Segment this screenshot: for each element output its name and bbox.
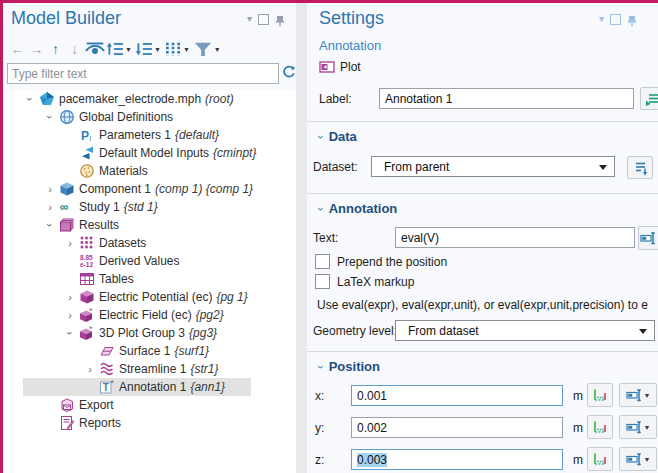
latex-markup-checkbox[interactable]: LaTeX markup xyxy=(315,274,414,289)
tree-item-reports[interactable]: Reports xyxy=(3,414,296,432)
show-toggle-button[interactable] xyxy=(84,40,106,58)
tree-item-datasets[interactable]: ›Datasets xyxy=(3,234,296,252)
model-builder-panel: Model Builder ▾ ← → ↑ ↓ ▼ ▼ ▼ ▼ ›pacemak… xyxy=(3,3,296,473)
tree-item-default-model-inputs[interactable]: Default Model Inputs{cminpt} xyxy=(3,144,296,162)
y-value: 0.002 xyxy=(357,421,387,435)
z-value: 0.003 xyxy=(357,453,387,467)
go-back-button[interactable]: ← xyxy=(8,40,27,58)
edit-field-button[interactable]: ▼ xyxy=(638,226,658,250)
annotation-icon: T* xyxy=(99,379,115,395)
tree-item-study-1[interactable]: ›∞Study 1{std 1} xyxy=(3,198,296,216)
tree-item-pacemaker-electrode-mph[interactable]: ›pacemaker_electrode.mph(root) xyxy=(3,90,296,108)
tree-item-label: Materials xyxy=(99,164,148,178)
expander-icon[interactable]: › xyxy=(61,237,79,249)
geometry-level-dropdown[interactable]: From dataset xyxy=(395,320,655,341)
tree-item-electric-field-ec[interactable]: ›*Electric Field (ec){pg2} xyxy=(3,306,296,324)
tree-item-component-1[interactable]: ›Component 1(comp 1) {comp 1} xyxy=(3,180,296,198)
tree-item-results[interactable]: ›Results xyxy=(3,216,296,234)
expander-icon[interactable]: › xyxy=(61,309,79,321)
plot-button[interactable]: Plot xyxy=(319,59,361,75)
dropdown-caret-icon: ▼ xyxy=(644,392,651,399)
label-input[interactable] xyxy=(379,88,634,109)
node-text-button[interactable] xyxy=(164,40,182,58)
range-button[interactable] xyxy=(587,447,613,471)
z-input[interactable]: 0.003 xyxy=(351,449,563,470)
expander-icon[interactable]: › xyxy=(41,183,59,195)
tree-item-tables[interactable]: Tables xyxy=(3,270,296,288)
prepend-position-checkbox[interactable]: Prepend the position xyxy=(315,254,447,269)
svg-text:e-12: e-12 xyxy=(80,261,93,268)
tree-item-label: 3D Plot Group 3 xyxy=(99,326,185,340)
svg-text:i: i xyxy=(90,135,92,142)
data-section-header[interactable]: › Data xyxy=(319,129,357,144)
section-collapse-icon[interactable]: › xyxy=(315,365,327,369)
pin-icon[interactable] xyxy=(275,13,285,25)
edit-field-button[interactable]: ▼ xyxy=(619,383,657,407)
tree-item-tag: {cminpt} xyxy=(213,146,256,160)
tree-item-streamline-1[interactable]: ›Streamline 1{str1} xyxy=(3,360,296,378)
annotation-section-title: Annotation xyxy=(329,201,398,216)
float-window-icon[interactable] xyxy=(258,14,269,25)
expander-icon[interactable]: › xyxy=(44,216,56,234)
tree-item-tag: {pg 1} xyxy=(216,290,247,304)
collapse-all-button[interactable] xyxy=(106,40,124,58)
rename-button[interactable] xyxy=(640,87,658,110)
filter-button[interactable] xyxy=(193,40,213,58)
datasets-icon xyxy=(79,235,95,251)
section-divider xyxy=(307,121,658,122)
panel-menu-caret-icon[interactable]: ▾ xyxy=(247,14,252,24)
range-icon xyxy=(592,451,608,467)
go-to-source-button[interactable] xyxy=(627,156,653,179)
tree-item-parameters-1[interactable]: PiParameters 1{default} xyxy=(3,126,296,144)
y-input[interactable]: 0.002 xyxy=(351,417,563,438)
float-window-icon[interactable] xyxy=(610,14,621,25)
expander-icon[interactable]: › xyxy=(41,201,59,213)
refresh-icon[interactable] xyxy=(281,64,297,80)
tree-item-surface-1[interactable]: Surface 1{surf1} xyxy=(3,342,296,360)
dropdown-caret-icon[interactable]: ▼ xyxy=(214,46,221,53)
z-unit: m xyxy=(573,453,583,467)
expander-icon[interactable]: › xyxy=(81,363,99,375)
annotation-section-header[interactable]: › Annotation xyxy=(319,201,397,216)
expander-icon[interactable]: › xyxy=(44,108,56,126)
panel-menu-caret-icon[interactable]: ▾ xyxy=(599,14,604,24)
dataset-dropdown[interactable]: From parent xyxy=(371,156,615,177)
edit-field-button[interactable]: ▼ xyxy=(619,447,657,471)
reports-icon xyxy=(59,415,75,431)
tree-item-label: Parameters 1 xyxy=(99,128,171,142)
tree-item-electric-potential-ec[interactable]: ›Electric Potential (ec){pg 1} xyxy=(3,288,296,306)
range-button[interactable] xyxy=(587,383,613,407)
filter-input[interactable] xyxy=(7,63,279,84)
section-collapse-icon[interactable]: › xyxy=(315,135,327,139)
edit-field-icon xyxy=(626,387,642,403)
tree-item-annotation-1[interactable]: T*Annotation 1{ann1} xyxy=(3,378,296,396)
tree-item-tag: {default} xyxy=(175,128,219,142)
x-input[interactable]: 0.001 xyxy=(351,385,563,406)
expand-all-button[interactable] xyxy=(135,40,153,58)
tree-item-global-definitions[interactable]: ›Global Definitions xyxy=(3,108,296,126)
tree-item-derived-values[interactable]: 8.85e-12Derived Values xyxy=(3,252,296,270)
annotation-text-input[interactable] xyxy=(395,227,635,248)
section-collapse-icon[interactable]: › xyxy=(315,207,327,211)
pin-icon[interactable] xyxy=(627,13,637,25)
dropdown-caret-icon[interactable]: ▼ xyxy=(125,46,132,53)
expander-icon[interactable]: › xyxy=(64,324,76,342)
edit-field-icon xyxy=(626,419,642,435)
panel-divider[interactable] xyxy=(296,3,307,473)
edit-field-button[interactable]: ▼ xyxy=(619,415,657,439)
expander-icon[interactable]: › xyxy=(61,291,79,303)
x-unit: m xyxy=(573,389,583,403)
go-forward-button[interactable]: → xyxy=(27,40,46,58)
position-section-header[interactable]: › Position xyxy=(319,359,380,374)
dropdown-caret-icon[interactable]: ▼ xyxy=(183,46,190,53)
range-button[interactable] xyxy=(587,415,613,439)
tree-item-3d-plot-group-3[interactable]: ›*3D Plot Group 3{pg3} xyxy=(3,324,296,342)
move-up-button[interactable]: ↑ xyxy=(46,40,65,58)
tree-item-export[interactable]: Export xyxy=(3,396,296,414)
dropdown-caret-icon[interactable]: ▼ xyxy=(154,46,161,53)
tree-item-label: Derived Values xyxy=(99,254,179,268)
breadcrumb[interactable]: Annotation xyxy=(319,38,381,53)
move-down-button[interactable]: ↓ xyxy=(65,40,84,58)
tree-item-materials[interactable]: Materials xyxy=(3,162,296,180)
expander-icon[interactable]: › xyxy=(24,90,36,108)
